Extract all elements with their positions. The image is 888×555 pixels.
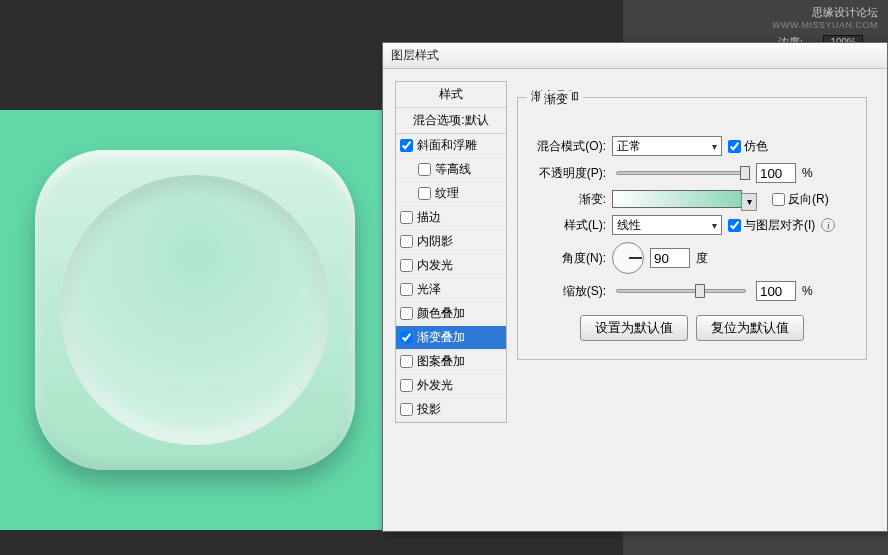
style-item-11[interactable]: 投影 xyxy=(396,398,506,422)
layer-style-dialog: 图层样式 样式 混合选项:默认 斜面和浮雕等高线纹理描边内阴影内发光光泽颜色叠加… xyxy=(382,42,888,532)
angle-dial[interactable] xyxy=(612,242,644,274)
gradient-swatch[interactable] xyxy=(612,190,742,208)
style-checkbox[interactable] xyxy=(400,139,413,152)
slider-handle[interactable] xyxy=(695,284,705,298)
style-label: 内阴影 xyxy=(417,233,453,250)
set-default-button[interactable]: 设置为默认值 xyxy=(580,315,688,341)
canvas[interactable] xyxy=(0,110,395,530)
dialog-title: 图层样式 xyxy=(391,47,439,64)
style-item-3[interactable]: 描边 xyxy=(396,206,506,230)
style-checkbox[interactable] xyxy=(400,307,413,320)
dialog-body: 样式 混合选项:默认 斜面和浮雕等高线纹理描边内阴影内发光光泽颜色叠加渐变叠加图… xyxy=(383,69,887,435)
style-item-5[interactable]: 内发光 xyxy=(396,254,506,278)
style-item-8[interactable]: 渐变叠加 xyxy=(396,326,506,350)
gradient-fieldset: 渐变 混合模式(O): 正常 仿色 不透明度(P): % 渐变: xyxy=(517,97,867,360)
icon-squircle xyxy=(35,150,355,470)
style-label: 斜面和浮雕 xyxy=(417,137,477,154)
style-label: 内发光 xyxy=(417,257,453,274)
style-label: 纹理 xyxy=(435,185,459,202)
align-label: 与图层对齐(I) xyxy=(744,217,815,234)
style-value: 线性 xyxy=(617,217,641,234)
blend-mode-label: 混合模式(O): xyxy=(530,138,606,155)
percent-label: % xyxy=(802,284,813,298)
style-checkbox[interactable] xyxy=(418,163,431,176)
dither-checkbox[interactable]: 仿色 xyxy=(728,138,768,155)
opacity-slider[interactable] xyxy=(616,171,746,175)
style-label: 光泽 xyxy=(417,281,441,298)
style-item-4[interactable]: 内阴影 xyxy=(396,230,506,254)
dialog-titlebar[interactable]: 图层样式 xyxy=(383,43,887,69)
scale-label: 缩放(S): xyxy=(530,283,606,300)
style-label: 渐变叠加 xyxy=(417,329,465,346)
icon-circle xyxy=(60,175,330,445)
style-checkbox[interactable] xyxy=(400,211,413,224)
style-item-6[interactable]: 光泽 xyxy=(396,278,506,302)
style-label: 颜色叠加 xyxy=(417,305,465,322)
style-select[interactable]: 线性 xyxy=(612,215,722,235)
opacity-input[interactable] xyxy=(756,163,796,183)
dither-label: 仿色 xyxy=(744,138,768,155)
watermark-url: WWW.MISSYUAN.COM xyxy=(772,20,878,30)
angle-label: 角度(N): xyxy=(530,250,606,267)
settings-panel: 渐变叠加 渐变 混合模式(O): 正常 仿色 不透明度(P): % xyxy=(517,81,887,423)
style-item-1[interactable]: 等高线 xyxy=(396,158,506,182)
style-label: 等高线 xyxy=(435,161,471,178)
info-icon[interactable]: i xyxy=(821,218,835,232)
style-label: 投影 xyxy=(417,401,441,418)
percent-label: % xyxy=(802,166,813,180)
style-item-0[interactable]: 斜面和浮雕 xyxy=(396,134,506,158)
watermark-title: 思缘设计论坛 xyxy=(812,5,878,20)
gradient-label: 渐变: xyxy=(530,191,606,208)
angle-input[interactable] xyxy=(650,248,690,268)
reverse-label: 反向(R) xyxy=(788,191,829,208)
scale-slider[interactable] xyxy=(616,289,746,293)
style-checkbox[interactable] xyxy=(400,379,413,392)
style-label: 样式(L): xyxy=(530,217,606,234)
style-item-9[interactable]: 图案叠加 xyxy=(396,350,506,374)
style-checkbox[interactable] xyxy=(400,403,413,416)
opacity-label: 不透明度(P): xyxy=(530,165,606,182)
reset-default-button[interactable]: 复位为默认值 xyxy=(696,315,804,341)
style-label: 图案叠加 xyxy=(417,353,465,370)
blend-mode-select[interactable]: 正常 xyxy=(612,136,722,156)
style-checkbox[interactable] xyxy=(400,355,413,368)
style-checkbox[interactable] xyxy=(400,331,413,344)
reverse-checkbox[interactable]: 反向(R) xyxy=(772,191,829,208)
app-background: 思缘设计论坛 WWW.MISSYUAN.COM 浓度: 100% 图层样式 样式… xyxy=(0,0,888,555)
style-item-7[interactable]: 颜色叠加 xyxy=(396,302,506,326)
style-checkbox[interactable] xyxy=(400,283,413,296)
style-checkbox[interactable] xyxy=(400,235,413,248)
style-item-2[interactable]: 纹理 xyxy=(396,182,506,206)
blend-mode-value: 正常 xyxy=(617,138,641,155)
style-checkbox[interactable] xyxy=(418,187,431,200)
styles-list-header: 样式 xyxy=(396,82,506,108)
style-checkbox[interactable] xyxy=(400,259,413,272)
align-checkbox[interactable]: 与图层对齐(I) xyxy=(728,217,815,234)
slider-handle[interactable] xyxy=(740,166,750,180)
style-label: 描边 xyxy=(417,209,441,226)
style-label: 外发光 xyxy=(417,377,453,394)
angle-unit: 度 xyxy=(696,250,708,267)
blend-options-default[interactable]: 混合选项:默认 xyxy=(396,108,506,134)
scale-input[interactable] xyxy=(756,281,796,301)
style-item-10[interactable]: 外发光 xyxy=(396,374,506,398)
gradient-group-title: 渐变 xyxy=(540,91,572,108)
styles-list: 样式 混合选项:默认 斜面和浮雕等高线纹理描边内阴影内发光光泽颜色叠加渐变叠加图… xyxy=(395,81,507,423)
